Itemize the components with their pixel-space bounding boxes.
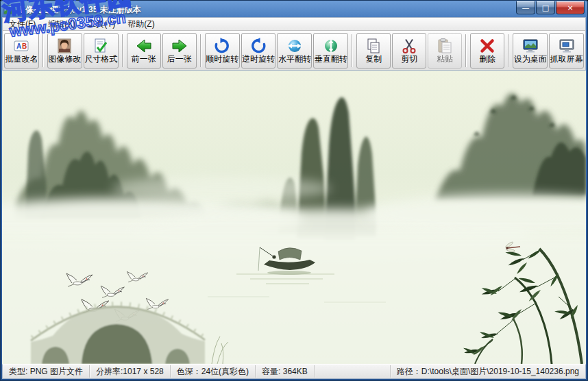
toolbar-size-format-button[interactable]: 尺寸格式 [84, 33, 119, 69]
clipboard-paste-icon [437, 38, 453, 54]
app-icon [3, 4, 14, 15]
monitor-capture-icon [559, 38, 575, 54]
window-title: 图像批处理专家 v1.35 未注册版本 [17, 4, 513, 16]
globe-vertical-arrows-icon [323, 38, 339, 54]
status-bar: 类型: PNG 图片文件 分辨率:1017 x 528 色深：24位(真彩色) … [2, 364, 586, 379]
scissors-icon [401, 38, 417, 54]
svg-text:A: A [16, 42, 21, 50]
toolbar-flip-vertical-button[interactable]: 垂直翻转 [313, 33, 348, 69]
toolbar-rotate-cw-button[interactable]: 顺时旋转 [205, 33, 240, 69]
menu-file[interactable]: 文件(F) [3, 17, 42, 32]
monitor-wallpaper-icon [522, 38, 539, 54]
toolbar-previous-button[interactable]: 前一张 [127, 33, 161, 69]
toolbar-paste-button[interactable]: 粘贴 [428, 33, 462, 69]
toolbar-button-label: 水平翻转 [278, 55, 311, 64]
toolbar-next-button[interactable]: 后一张 [162, 33, 197, 69]
menu-tools[interactable]: 工具(Y) [82, 17, 121, 32]
status-spacer [315, 365, 391, 378]
landscape-painting [2, 71, 586, 364]
app-window: 图像批处理专家 v1.35 未注册版本 — □ × 文件(F) 编辑(X) 工具… [0, 0, 588, 381]
toolbar-button-label: 抓取屏幕 [550, 55, 583, 64]
toolbar-button-label: 设为桌面 [514, 55, 547, 64]
toolbar-separator [465, 34, 467, 67]
toolbar-separator [122, 34, 123, 67]
close-button[interactable]: × [556, 1, 585, 14]
status-file-size: 容量: 364KB [256, 365, 315, 378]
toolbar-button-label: 逆时旋转 [242, 55, 275, 64]
rotate-counterclockwise-icon [250, 38, 267, 54]
toolbar-button-label: 图像修改 [48, 55, 81, 64]
toolbar-separator [42, 34, 44, 67]
menu-edit[interactable]: 编辑(X) [42, 17, 82, 32]
status-file-type: 类型: PNG 图片文件 [3, 365, 90, 378]
status-resolution: 分辨率:1017 x 528 [90, 365, 171, 378]
page-checkmark-icon [93, 38, 109, 54]
copy-icon [365, 38, 382, 54]
svg-text:B: B [22, 42, 27, 50]
toolbar-button-label: 复制 [365, 55, 382, 64]
menu-bar: 文件(F) 编辑(X) 工具(Y) 帮助(Z) [2, 17, 586, 31]
toolbar-copy-button[interactable]: 复制 [356, 33, 391, 69]
toolbar-cut-button[interactable]: 剪切 [392, 33, 426, 69]
green-arrow-right-icon [171, 38, 188, 54]
toolbar-delete-button[interactable]: 删除 [470, 33, 504, 69]
green-arrow-left-icon [136, 38, 152, 54]
toolbar-separator [200, 34, 201, 67]
toolbar-separator [508, 34, 509, 67]
toolbar-rotate-ccw-button[interactable]: 逆时旋转 [241, 33, 276, 69]
status-color-depth: 色深：24位(真彩色) [171, 365, 256, 378]
window-controls: — □ × [516, 1, 585, 14]
toolbar-flip-horizontal-button[interactable]: 水平翻转 [277, 33, 312, 69]
title-bar[interactable]: 图像批处理专家 v1.35 未注册版本 — □ × [2, 2, 586, 17]
rotate-clockwise-icon [214, 38, 230, 54]
toolbar: AB 批量改名 图像修改 尺寸格式 前一张 后一张 顺时旋转 逆 [2, 31, 586, 71]
toolbar-separator [352, 34, 353, 67]
image-canvas [2, 71, 586, 364]
toolbar-button-label: 尺寸格式 [84, 55, 117, 64]
minimize-button[interactable]: — [516, 1, 535, 14]
toolbar-button-label: 顺时旋转 [206, 55, 238, 64]
toolbar-button-label: 垂直翻转 [315, 55, 347, 64]
toolbar-batch-rename-button[interactable]: AB 批量改名 [4, 33, 39, 69]
toolbar-capture-screen-button[interactable]: 抓取屏幕 [549, 33, 584, 69]
menu-help[interactable]: 帮助(Z) [121, 17, 160, 32]
toolbar-set-desktop-button[interactable]: 设为桌面 [513, 33, 548, 69]
maximize-button[interactable]: □ [536, 1, 555, 14]
toolbar-image-modify-button[interactable]: 图像修改 [47, 33, 82, 69]
toolbar-button-label: 粘贴 [437, 55, 453, 64]
toolbar-button-label: 批量改名 [5, 55, 38, 64]
status-file-path: 路径：D:\tools\桌面\图片\2019-10-15_140236.png [391, 365, 585, 378]
toolbar-button-label: 删除 [479, 55, 495, 64]
toolbar-button-label: 后一张 [167, 55, 192, 64]
toolbar-button-label: 前一张 [132, 55, 156, 64]
toolbar-button-label: 剪切 [401, 55, 417, 64]
portrait-photo-icon [56, 38, 73, 54]
globe-horizontal-arrows-icon [286, 38, 303, 54]
rename-letters-icon: AB [13, 38, 29, 54]
delete-x-icon [479, 38, 495, 54]
